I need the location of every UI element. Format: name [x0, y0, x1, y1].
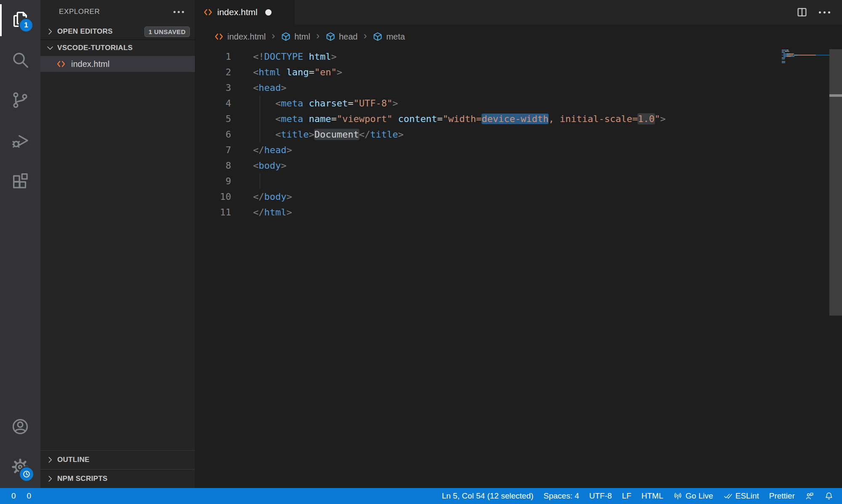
code-token: "width= [442, 114, 482, 124]
sidebar-header: EXPLORER [40, 0, 195, 24]
chevron-down-icon [45, 43, 55, 53]
split-editor-icon[interactable] [796, 6, 808, 18]
open-editors-section[interactable]: OPEN EDITORS 1 UNSAVED [40, 24, 195, 40]
breadcrumb-html[interactable]: html [280, 31, 311, 42]
tab-index-html[interactable]: index.html [195, 0, 295, 24]
code-line: 3<head> [195, 80, 842, 95]
explorer-sidebar: EXPLORER OPEN EDITORS 1 UNSAVED VSCODE-T… [40, 0, 195, 488]
status-label: UTF-8 [589, 491, 612, 501]
more-actions-icon[interactable] [819, 11, 830, 13]
code-line: 1<!DOCTYPE html> [195, 49, 842, 64]
status-eslint[interactable]: ESLint [718, 488, 764, 504]
code-line-text: <html lang="en"> [231, 64, 342, 80]
code-token: = [331, 114, 336, 124]
code-token: name [309, 114, 331, 124]
dirty-indicator-icon[interactable] [265, 9, 272, 16]
status-notifications[interactable] [819, 488, 839, 504]
minimap-line [782, 58, 829, 59]
status-encoding[interactable]: UTF-8 [584, 488, 617, 504]
code-token: html [258, 67, 281, 77]
code-token: "viewport" [337, 114, 392, 124]
status-problems[interactable]: 00 [3, 488, 36, 504]
file-item-label: index.html [71, 59, 109, 69]
line-number[interactable]: 7 [195, 142, 231, 158]
activity-badge: 1 [19, 18, 34, 33]
line-number[interactable]: 1 [195, 49, 231, 64]
code-token: </ [359, 129, 370, 140]
minimap-line [782, 61, 829, 62]
line-number[interactable]: 3 [195, 80, 231, 95]
code-line-text: <meta name="viewport" content="width=dev… [231, 111, 666, 127]
editor-actions [796, 0, 842, 24]
activity-item-extensions[interactable] [0, 162, 40, 202]
indent-guide [260, 127, 260, 142]
activity-item-settings[interactable] [0, 448, 40, 488]
code-line-text: <meta charset="UTF-8"> [231, 95, 398, 111]
symbol-cube-icon [281, 32, 291, 42]
minimap-line [782, 52, 829, 53]
status-language-mode[interactable]: HTML [637, 488, 669, 504]
line-number[interactable]: 10 [195, 189, 231, 204]
symbol-cube-icon [325, 32, 336, 42]
more-actions-icon[interactable] [171, 8, 187, 16]
scrollbar-thumb[interactable] [829, 49, 842, 316]
code-token [303, 51, 309, 62]
activity-item-search[interactable] [0, 40, 40, 81]
code-token: <! [253, 51, 264, 62]
line-number[interactable]: 2 [195, 64, 231, 80]
activity-item-source-control[interactable] [0, 81, 40, 121]
file-item-index-html[interactable]: index.html [40, 56, 195, 72]
npm-scripts-section[interactable]: NPM SCRIPTS [40, 469, 195, 488]
code-token: > [281, 160, 286, 171]
breadcrumb-head[interactable]: head [325, 31, 359, 42]
code-token: charset [309, 98, 348, 109]
code-token: html [264, 207, 287, 218]
code-token: "UTF-8" [353, 98, 392, 109]
minimap-line [782, 51, 829, 52]
line-number[interactable]: 4 [195, 95, 231, 111]
status-feedback[interactable] [800, 488, 819, 504]
minimap-line [782, 53, 829, 54]
line-number[interactable]: 9 [195, 173, 231, 189]
outline-section[interactable]: OUTLINE [40, 450, 195, 469]
line-number[interactable]: 8 [195, 158, 231, 173]
code-token: html [309, 51, 331, 62]
line-number[interactable]: 6 [195, 127, 231, 142]
code-token: body [264, 191, 287, 202]
code-token: < [253, 67, 258, 77]
code-editor[interactable]: 1<!DOCTYPE html>2<html lang="en">3<head>… [195, 49, 842, 488]
breadcrumb-meta[interactable]: meta [372, 31, 405, 42]
status-indentation[interactable]: Spaces: 4 [538, 488, 584, 504]
status-eol[interactable]: LF [617, 488, 636, 504]
status-cursor-position[interactable]: Ln 5, Col 54 (12 selected) [437, 488, 538, 504]
code-token: , initial-scale= [549, 114, 638, 124]
code-token: = [309, 67, 314, 77]
folder-name: VSCODE-TUTORIALS [57, 44, 133, 52]
activity-bar-bottom [0, 407, 40, 488]
activity-item-run-debug[interactable] [0, 121, 40, 162]
code-line: 7</head> [195, 142, 842, 158]
bell-icon [824, 491, 834, 501]
code-token: </ [253, 191, 264, 202]
line-number[interactable]: 5 [195, 111, 231, 127]
outline-label: OUTLINE [57, 456, 90, 464]
account-icon [11, 417, 30, 438]
code-token [281, 67, 286, 77]
code-line: 9 [195, 173, 842, 189]
folder-section[interactable]: VSCODE-TUTORIALS [40, 40, 195, 56]
status-label: HTML [642, 491, 663, 501]
code-line: 11</html> [195, 204, 842, 220]
activity-item-explorer[interactable]: 1 [0, 0, 40, 40]
status-prettier[interactable]: Prettier [764, 488, 800, 504]
status-go-live[interactable]: Go Live [668, 488, 718, 504]
symbol-cube-icon [373, 32, 383, 42]
indent-guide [260, 95, 260, 111]
source-control-icon [11, 90, 30, 111]
minimap-line [782, 55, 829, 56]
debug-icon [11, 131, 30, 152]
selected-text: device-width [482, 114, 549, 124]
breadcrumb-file[interactable]: index.html [213, 31, 266, 42]
minimap[interactable] [782, 50, 829, 64]
line-number[interactable]: 11 [195, 204, 231, 220]
activity-item-account[interactable] [0, 407, 40, 448]
